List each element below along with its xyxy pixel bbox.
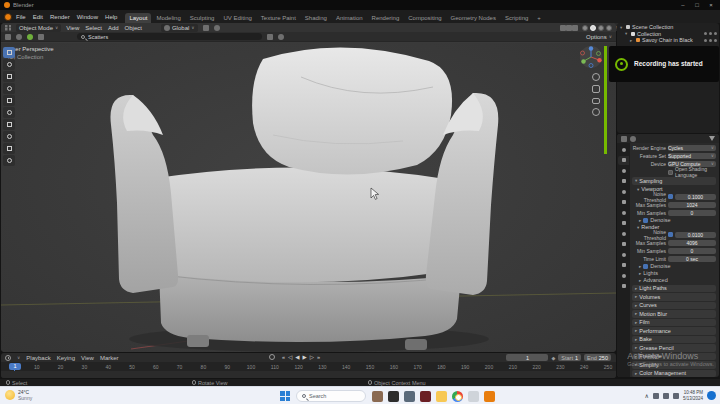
properties-tab-constraints[interactable] xyxy=(618,250,629,259)
taskbar-clock[interactable]: 10:48 PM 5/13/2024 xyxy=(683,390,703,401)
properties-tab-modifiers[interactable] xyxy=(618,219,629,228)
keyframe-icon[interactable]: ◆ xyxy=(551,355,555,361)
timeline-menu-view[interactable]: View xyxy=(81,355,94,361)
section-volumes[interactable]: ▸Volumes xyxy=(632,293,716,301)
filter-icon[interactable] xyxy=(267,34,273,40)
move-view-icon[interactable] xyxy=(592,85,600,93)
tab-compositing[interactable]: Compositing xyxy=(404,13,445,23)
menu-help[interactable]: Help xyxy=(105,14,117,20)
visibility-icon[interactable] xyxy=(704,39,707,42)
properties-tab-output[interactable] xyxy=(618,166,629,175)
tool-options-icon[interactable] xyxy=(16,34,22,40)
material-shading-icon[interactable] xyxy=(598,25,604,31)
denoise-checkbox[interactable] xyxy=(643,218,648,223)
viewport-canvas[interactable]: User Perspective (2) Collection xyxy=(1,43,616,352)
wireframe-shading-icon[interactable] xyxy=(582,25,588,31)
timeline-editor-icon[interactable] xyxy=(5,355,11,361)
tool-move[interactable] xyxy=(3,71,15,82)
start-button[interactable] xyxy=(280,391,290,401)
tab-modeling[interactable]: Modeling xyxy=(152,13,184,23)
properties-tab-tool[interactable] xyxy=(618,145,629,154)
taskbar-app-file-explorer[interactable] xyxy=(436,391,447,402)
subsection-lights[interactable]: ▸Lights xyxy=(632,270,716,277)
properties-tab-render[interactable] xyxy=(618,156,629,165)
viewport-menu-object[interactable]: Object xyxy=(125,25,142,31)
visibility-icon[interactable] xyxy=(714,39,717,42)
tab-scripting[interactable]: Scripting xyxy=(501,13,532,23)
orientation-dropdown[interactable]: Global ∨ xyxy=(161,24,198,32)
visibility-icon[interactable] xyxy=(709,32,712,35)
tool-scale[interactable] xyxy=(3,95,15,106)
properties-tab-material[interactable] xyxy=(618,271,629,280)
properties-editor-icon[interactable] xyxy=(621,136,627,142)
properties-tab-object-data[interactable] xyxy=(618,261,629,270)
section-curves[interactable]: ▸Curves xyxy=(632,302,716,310)
timeline-menu-marker[interactable]: Marker xyxy=(100,355,119,361)
rendered-shading-icon[interactable] xyxy=(606,25,612,31)
properties-tab-scene[interactable] xyxy=(618,187,629,196)
section-bake[interactable]: ▸Bake xyxy=(632,336,716,344)
osl-checkbox[interactable] xyxy=(668,170,673,175)
viewport-menu-view[interactable]: View xyxy=(66,25,79,31)
jump-to-end-button[interactable]: » xyxy=(317,354,320,360)
play-button[interactable]: ▶ xyxy=(303,354,307,360)
next-keyframe-button[interactable]: ▷ xyxy=(310,354,314,360)
timeline-menu-playback[interactable]: Playback xyxy=(26,355,50,361)
display-icon[interactable] xyxy=(278,34,284,40)
tool-extrude-region[interactable] xyxy=(3,155,15,166)
navigation-gizmo[interactable] xyxy=(579,45,603,69)
prop-value-noise-threshold[interactable]: 0.0100 xyxy=(675,232,716,238)
toggle-perspective-icon[interactable] xyxy=(592,108,600,116)
blender-menu-icon[interactable] xyxy=(4,13,12,21)
tool-select-box[interactable] xyxy=(3,47,15,58)
prop-dropdown-render-engine[interactable]: Cycles∨ xyxy=(668,145,716,151)
tray-icon-2[interactable] xyxy=(663,393,669,399)
subsection-advanced[interactable]: ▸Advanced xyxy=(632,277,716,284)
properties-tab-physics[interactable] xyxy=(618,240,629,249)
tray-icon-1[interactable] xyxy=(653,393,659,399)
disclosure-icon[interactable]: ▸ xyxy=(630,38,634,43)
taskbar-app-app-1[interactable] xyxy=(372,391,383,402)
tool-transform[interactable] xyxy=(3,107,15,118)
menu-window[interactable]: Window xyxy=(77,14,98,20)
play-reverse-button[interactable]: ◀ xyxy=(295,354,299,360)
denoise-checkbox[interactable] xyxy=(643,264,648,269)
tab-animation[interactable]: Animation xyxy=(332,13,367,23)
timeline-menu-keying[interactable]: Keying xyxy=(57,355,75,361)
tab-geometry-nodes[interactable]: Geometry Nodes xyxy=(447,13,500,23)
frame-end-field[interactable]: End 250 xyxy=(584,354,611,361)
section-film[interactable]: ▸Film xyxy=(632,319,716,327)
maximize-button[interactable]: □ xyxy=(690,0,704,10)
tool-rotate[interactable] xyxy=(3,83,15,94)
tab-rendering[interactable]: Rendering xyxy=(368,13,404,23)
taskbar-app-blender[interactable] xyxy=(484,391,495,402)
toggle-xray-icon[interactable] xyxy=(572,25,578,31)
notification-center-icon[interactable] xyxy=(707,391,716,400)
visibility-icon[interactable] xyxy=(709,39,712,42)
viewport-menu-add[interactable]: Add xyxy=(108,25,119,31)
tool-cursor[interactable] xyxy=(3,59,15,70)
taskbar-app-chrome[interactable] xyxy=(452,391,463,402)
tab-layout[interactable]: Layout xyxy=(125,13,151,23)
jump-to-start-button[interactable]: « xyxy=(282,354,285,360)
taskbar-app-app-3[interactable] xyxy=(404,391,415,402)
proportional-edit-icon[interactable] xyxy=(214,25,220,31)
properties-tab-object[interactable] xyxy=(618,208,629,217)
taskbar-app-app-terminal[interactable] xyxy=(388,391,399,402)
properties-tab-texture[interactable] xyxy=(618,282,629,291)
addon-mode-icon[interactable] xyxy=(38,34,44,40)
section-sampling[interactable]: ▾Sampling xyxy=(632,177,716,185)
tool-add-cube[interactable] xyxy=(3,143,15,154)
prop-dropdown-feature-set[interactable]: Supported∨ xyxy=(668,153,716,159)
section-light-paths[interactable]: ▸Light Paths xyxy=(632,285,716,293)
subsection-denoise[interactable]: ▸Denoise xyxy=(632,263,716,270)
checkbox-noise-threshold[interactable] xyxy=(668,232,673,237)
disclosure-icon[interactable]: ▾ xyxy=(620,25,624,30)
section-motion-blur[interactable]: ▸Motion Blur xyxy=(632,310,716,318)
scatter-addon-icon[interactable] xyxy=(27,34,33,40)
tab-sculpting[interactable]: Sculpting xyxy=(186,13,219,23)
filter-funnel-icon[interactable] xyxy=(709,136,715,141)
taskbar-app-app-7[interactable] xyxy=(468,391,479,402)
menu-render[interactable]: Render xyxy=(50,14,70,20)
previous-keyframe-button[interactable]: ◁ xyxy=(288,354,292,360)
